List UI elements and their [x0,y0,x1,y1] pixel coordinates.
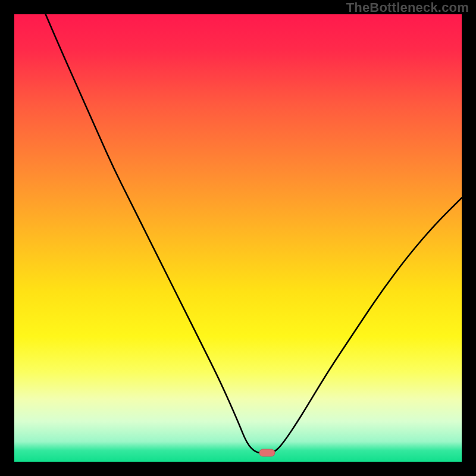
chart-container: TheBottleneck.com [0,0,476,476]
plot-area [14,14,462,462]
gradient-background [14,14,462,462]
bottleneck-chart [14,14,462,462]
watermark-label: TheBottleneck.com [346,0,469,15]
optimal-marker [259,449,275,456]
